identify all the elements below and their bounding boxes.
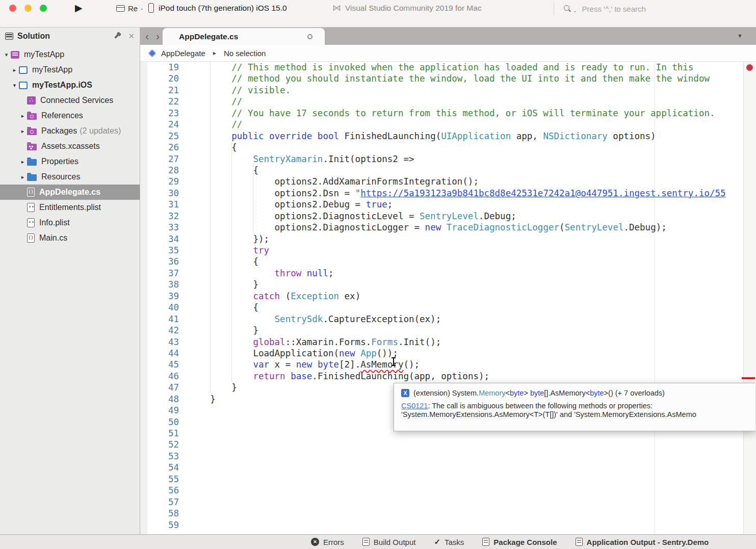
tab-appdelegate[interactable]: AppDelegate.cs	[163, 28, 325, 45]
breadcrumb-class[interactable]: AppDelegate	[161, 49, 205, 58]
line-number[interactable]: 25	[140, 130, 179, 142]
code-line[interactable]: 39 catch (Exception ex)	[140, 291, 743, 302]
code-line[interactable]: 19 // This method is invoked when the ap…	[140, 62, 743, 73]
line-number[interactable]: 33	[140, 222, 179, 233]
chevron-down-icon[interactable]: ▾	[2, 51, 11, 58]
line-number[interactable]: 38	[140, 279, 179, 290]
configuration-selector[interactable]: Re ›	[116, 4, 143, 13]
code-line[interactable]: 36 {	[140, 256, 743, 267]
code-line[interactable]: 23 // You have 17 seconds to return from…	[140, 108, 743, 119]
line-number[interactable]: 29	[140, 176, 179, 187]
code-line[interactable]: 34 });	[140, 233, 743, 245]
line-number[interactable]: 28	[140, 165, 179, 176]
code-line[interactable]: 58	[140, 508, 743, 519]
code-line[interactable]: 41 SentrySdk.CaptureException(ex);	[140, 313, 743, 325]
code-line[interactable]: 46 return base.FinishedLaunching(app, op…	[140, 371, 743, 382]
device-selector[interactable]: iPod touch (7th generation) iOS 15.0	[148, 3, 287, 13]
tree-item-resources[interactable]: ▸Resources	[0, 169, 140, 185]
tree-item-assets-xcassets[interactable]: Assets.xcassets	[0, 139, 140, 154]
code-line[interactable]: 29 options2.AddXamarinFormsIntegration()…	[140, 176, 743, 187]
code-line[interactable]: 21 // visible.	[140, 85, 743, 96]
chevron-right-icon[interactable]: ▸	[18, 159, 27, 165]
line-number[interactable]: 32	[140, 211, 179, 222]
line-number[interactable]: 26	[140, 142, 179, 153]
tree-item-entitlements-plist[interactable]: Entitlements.plist	[0, 200, 140, 215]
tree-item-appdelegate-cs[interactable]: {}AppDelegate.cs	[0, 185, 140, 200]
chevron-right-icon[interactable]: ▸	[10, 67, 19, 73]
minimize-window-button[interactable]	[24, 5, 32, 12]
code-line[interactable]: 24 //	[140, 119, 743, 130]
code-line[interactable]: 26 {	[140, 142, 743, 153]
code-line[interactable]: 55	[140, 474, 743, 485]
line-number[interactable]: 44	[140, 348, 179, 359]
error-code-link[interactable]: CS0121	[401, 402, 428, 410]
code-line[interactable]: 28 {	[140, 165, 743, 176]
line-number[interactable]: 54	[140, 462, 179, 473]
tree-item-references[interactable]: ▸References	[0, 108, 140, 123]
tree-item-mytestapp[interactable]: ▾myTestApp	[0, 47, 140, 62]
line-number[interactable]: 35	[140, 245, 179, 256]
pin-icon[interactable]	[114, 34, 119, 39]
tree-item-properties[interactable]: ▸Properties	[0, 154, 140, 169]
line-number[interactable]: 36	[140, 256, 179, 267]
chevron-right-icon[interactable]: ▸	[18, 174, 27, 180]
line-number[interactable]: 58	[140, 508, 179, 519]
line-number[interactable]: 50	[140, 416, 179, 428]
line-number[interactable]: 59	[140, 519, 179, 531]
line-number[interactable]: 31	[140, 199, 179, 210]
search-field[interactable]: ⌄ Press '^,' to search	[554, 2, 752, 15]
line-number[interactable]: 24	[140, 119, 179, 130]
pad-button-tasks[interactable]: ✓Tasks	[434, 537, 464, 546]
line-number[interactable]: 34	[140, 233, 179, 245]
code-line[interactable]: 27 SentryXamarin.Init(options2 =>	[140, 153, 743, 165]
tree-item-mytestapp-ios[interactable]: ▾myTestApp.iOS	[0, 77, 140, 93]
line-number[interactable]: 52	[140, 439, 179, 450]
line-number[interactable]: 47	[140, 382, 179, 393]
code-line[interactable]: 44 LoadApplication(new App());	[140, 348, 743, 359]
code-line[interactable]: 57	[140, 496, 743, 508]
code-line[interactable]: 45 var x = new byte[2].AsMemory();	[140, 359, 743, 370]
line-number[interactable]: 43	[140, 336, 179, 348]
line-number[interactable]: 27	[140, 153, 179, 165]
code-line[interactable]: 32 options2.DiagnosticLevel = SentryLeve…	[140, 211, 743, 222]
chevron-right-icon[interactable]: ▸	[18, 113, 27, 119]
line-number[interactable]: 41	[140, 313, 179, 325]
code-line[interactable]: 25 public override bool FinishedLaunchin…	[140, 130, 743, 142]
close-window-button[interactable]	[9, 5, 16, 12]
navigate-back-button[interactable]: ‹	[145, 29, 149, 44]
code-line[interactable]: 20 // method you should instantiate the …	[140, 73, 743, 84]
line-number[interactable]: 42	[140, 325, 179, 336]
code-line[interactable]: 37 throw null;	[140, 268, 743, 279]
code-line[interactable]: 30 options2.Dsn = "https://5a193123a9b84…	[140, 188, 743, 199]
code-line[interactable]: 56	[140, 485, 743, 496]
close-icon[interactable]: ✕	[128, 32, 135, 41]
line-number[interactable]: 51	[140, 428, 179, 439]
tab-modified-indicator[interactable]	[307, 34, 312, 39]
code-line[interactable]: 35 try	[140, 245, 743, 256]
chevron-right-icon[interactable]: ▸	[18, 128, 27, 135]
tree-item-info-plist[interactable]: Info.plist	[0, 215, 140, 230]
scrollbar[interactable]	[743, 62, 756, 534]
line-number[interactable]: 23	[140, 108, 179, 119]
line-number[interactable]: 45	[140, 359, 179, 370]
zoom-window-button[interactable]	[40, 5, 47, 12]
pad-button-build-output[interactable]: Build Output	[362, 538, 416, 546]
tree-item-packages[interactable]: ▸Packages(2 updates)	[0, 123, 140, 139]
code-line[interactable]: 52	[140, 439, 743, 450]
line-number[interactable]: 46	[140, 371, 179, 382]
line-number[interactable]: 49	[140, 405, 179, 416]
code-line[interactable]: 22 //	[140, 96, 743, 107]
code-line[interactable]: 38 }	[140, 279, 743, 290]
line-number[interactable]: 22	[140, 96, 179, 107]
tree-item-connected-services[interactable]: ∴Connected Services	[0, 93, 140, 108]
navigate-forward-button[interactable]: ›	[156, 29, 160, 44]
line-number[interactable]: 39	[140, 291, 179, 302]
pad-button-errors[interactable]: ✕Errors	[311, 538, 344, 546]
code-line[interactable]: 42 }	[140, 325, 743, 336]
line-number[interactable]: 55	[140, 474, 179, 485]
line-number[interactable]: 56	[140, 485, 179, 496]
tab-list-dropdown-icon[interactable]: ▼	[737, 33, 743, 39]
line-number[interactable]: 20	[140, 73, 179, 84]
code-line[interactable]: 59	[140, 519, 743, 531]
line-number[interactable]: 57	[140, 496, 179, 508]
